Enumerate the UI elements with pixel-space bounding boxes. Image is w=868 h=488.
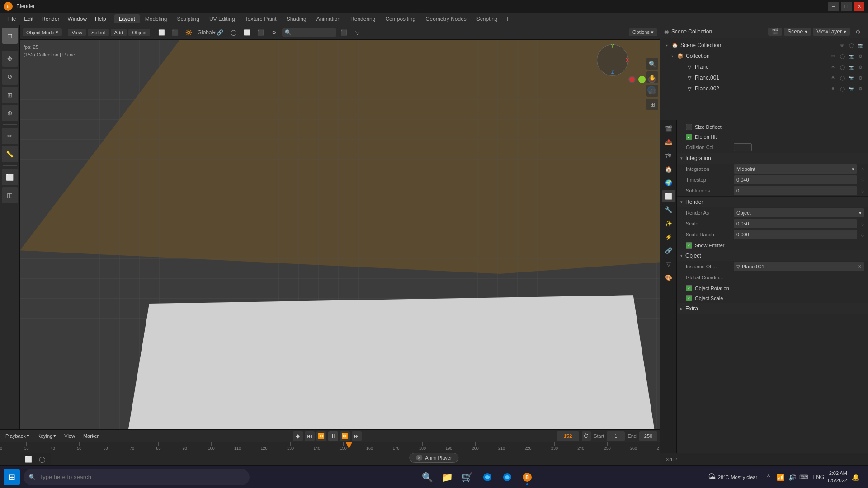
outliner-item-plane[interactable]: ▽ Plane 👁 ◯ 📷 ⚙ bbox=[660, 61, 868, 72]
tab-rendering[interactable]: Rendering bbox=[346, 14, 380, 23]
object-scale-row[interactable]: ✓ Object Scale bbox=[677, 293, 868, 303]
minimize-button[interactable]: ─ bbox=[828, 2, 839, 11]
taskbar-search-icon[interactable]: 🔍 bbox=[419, 468, 437, 486]
plane-render-btn[interactable]: 📷 bbox=[847, 63, 855, 71]
outliner-item-plane-001[interactable]: ▽ Plane.001 👁 ◯ 📷 ⚙ bbox=[660, 72, 868, 83]
overlay-icon[interactable]: ⬜ bbox=[241, 28, 253, 38]
viewport-filter[interactable]: ▽ bbox=[352, 28, 363, 38]
view-menu-button[interactable]: View bbox=[68, 29, 86, 36]
render-section-header[interactable]: ▾ Render ⋮⋮⋮⋮ bbox=[677, 197, 868, 207]
collection-select-btn[interactable]: ◯ bbox=[838, 52, 846, 60]
hand-pan-button[interactable]: ✋ bbox=[646, 71, 658, 83]
props-scene-icon[interactable]: 🏠 bbox=[662, 163, 675, 175]
color-dot-green[interactable] bbox=[638, 76, 646, 83]
plane002-render-btn[interactable]: 📷 bbox=[847, 84, 855, 93]
menu-render[interactable]: Render bbox=[38, 14, 63, 23]
step-back-button[interactable]: ⏪ bbox=[316, 431, 326, 441]
tab-scripting[interactable]: Scripting bbox=[472, 14, 502, 23]
system-tray-chevron[interactable]: ^ bbox=[764, 472, 774, 482]
step-forward-button[interactable]: ⏩ bbox=[340, 431, 350, 441]
zoom-in-button[interactable]: 🔍 bbox=[646, 58, 658, 70]
viewport-shading-render[interactable]: 🔆 bbox=[183, 28, 195, 38]
object-rotation-checkbox[interactable]: ✓ bbox=[686, 285, 692, 291]
sound-icon[interactable]: 🔊 bbox=[787, 472, 797, 482]
start-button[interactable]: ⊞ bbox=[4, 469, 20, 485]
jump-to-start-button[interactable]: ⏮ bbox=[305, 431, 315, 441]
plane001-filter-btn[interactable]: ⚙ bbox=[856, 74, 864, 82]
scale-tool-button[interactable]: ⊞ bbox=[2, 87, 18, 103]
props-constraints-icon[interactable]: 🔗 bbox=[662, 244, 675, 257]
measure-tool-button[interactable]: 📏 bbox=[2, 146, 18, 162]
scene-select-btn[interactable]: ◯ bbox=[847, 41, 855, 49]
key-type-button[interactable]: ◆ bbox=[293, 431, 303, 441]
tab-sculpting[interactable]: Sculpting bbox=[173, 14, 204, 23]
menu-help[interactable]: Help bbox=[91, 14, 110, 23]
viewport-search[interactable]: 🔍 bbox=[282, 28, 336, 37]
close-button[interactable]: ✕ bbox=[854, 2, 864, 11]
die-on-hit-checkbox[interactable]: ✓ bbox=[686, 134, 692, 140]
annotate-tool-button[interactable]: ✏ bbox=[2, 128, 18, 144]
integration-section-header[interactable]: ▾ Integration bbox=[677, 153, 868, 164]
viewport-shading-material[interactable]: ⬛ bbox=[170, 28, 181, 38]
transform-tool-button[interactable]: ⊕ bbox=[2, 105, 18, 121]
tab-texture-paint[interactable]: Texture Paint bbox=[241, 14, 281, 23]
taskbar-store-icon[interactable]: 🛒 bbox=[458, 468, 476, 486]
add-tool-button[interactable]: ⬜ bbox=[2, 169, 18, 185]
select-menu-button[interactable]: Select bbox=[88, 29, 109, 36]
viewport-options-button[interactable]: Options ▾ bbox=[629, 28, 657, 36]
end-frame-input[interactable]: 250 bbox=[639, 431, 657, 441]
plane001-visibility-btn[interactable]: 👁 bbox=[829, 74, 837, 82]
tab-shading[interactable]: Shading bbox=[282, 14, 311, 23]
props-material-icon[interactable]: 🎨 bbox=[662, 271, 675, 284]
object-scale-checkbox[interactable]: ✓ bbox=[686, 295, 692, 301]
collection-visibility-btn[interactable]: 👁 bbox=[829, 52, 837, 60]
props-modifier-icon[interactable]: 🔧 bbox=[662, 203, 675, 216]
pause-button[interactable]: ⏸ bbox=[328, 431, 338, 441]
select-tool-button[interactable]: ◻ bbox=[2, 28, 18, 44]
collision-coll-value[interactable] bbox=[734, 143, 752, 151]
die-on-hit-row[interactable]: ✓ Die on Hit bbox=[677, 132, 868, 142]
marker-menu-button[interactable]: Marker bbox=[80, 432, 101, 440]
props-output-icon[interactable]: 📤 bbox=[662, 136, 675, 148]
scene-filter-icon[interactable]: ⚙ bbox=[852, 25, 864, 38]
taskbar-blender-icon[interactable]: B bbox=[518, 468, 536, 486]
collection-filter-btn[interactable]: ⚙ bbox=[856, 52, 864, 60]
taskbar-search-box[interactable]: 🔍 bbox=[24, 469, 250, 485]
viewport-search-input[interactable] bbox=[292, 30, 332, 35]
tab-uv-editing[interactable]: UV Editing bbox=[205, 14, 240, 23]
outliner-item-collection[interactable]: ▾ 📦 Collection 👁 ◯ 📷 ⚙ bbox=[660, 51, 868, 61]
jump-to-end-button[interactable]: ⏭ bbox=[352, 431, 362, 441]
show-emitter-checkbox[interactable]: ✓ bbox=[686, 242, 692, 249]
notifications-icon[interactable]: 🔔 bbox=[851, 472, 861, 482]
scene-render-btn[interactable]: 📷 bbox=[856, 41, 864, 49]
network-icon[interactable]: 📶 bbox=[775, 472, 785, 482]
object-section-header[interactable]: ▾ Object bbox=[677, 250, 868, 261]
timing-icon[interactable]: ⏱ bbox=[582, 431, 591, 441]
keying-menu-button[interactable]: Keying ▾ bbox=[35, 432, 59, 440]
scene-canvas[interactable]: fps: 25 (152) Collection | Plane X Y Z bbox=[20, 40, 660, 465]
timeline-ruler[interactable]: 2030405060708090100110120130140150160170… bbox=[0, 442, 660, 465]
taskbar-weather[interactable]: 🌤 28°C Mostly clear bbox=[705, 469, 760, 485]
cube-add-button[interactable]: ◫ bbox=[2, 187, 18, 203]
plane001-render-btn[interactable]: 📷 bbox=[847, 74, 855, 82]
render-mode-icon[interactable]: ⚙ bbox=[269, 28, 280, 38]
gizmo-sphere[interactable]: X Y Z bbox=[597, 44, 628, 76]
size-deflect-row[interactable]: Size Deflect bbox=[677, 122, 868, 132]
xray-icon[interactable]: ⬛ bbox=[255, 28, 267, 38]
frame-all-button[interactable]: ⊞ bbox=[646, 99, 658, 110]
tab-geometry-nodes[interactable]: Geometry Nodes bbox=[421, 14, 471, 23]
props-particles-icon[interactable]: ✨ bbox=[662, 217, 675, 230]
instance-ob-close[interactable]: ✕ bbox=[858, 264, 862, 270]
outliner-item-scene-collection[interactable]: ▾ 🏠 Scene Collection 👁 ◯ 📷 bbox=[660, 40, 868, 51]
props-world-icon[interactable]: 🌍 bbox=[662, 176, 675, 189]
start-frame-input[interactable]: 1 bbox=[607, 431, 625, 441]
show-emitter-row[interactable]: ✓ Show Emitter bbox=[677, 240, 868, 250]
proportional-edit-icon[interactable]: ◯ bbox=[228, 28, 240, 38]
taskbar-time-date[interactable]: 2:02 AM 8/5/2022 bbox=[828, 470, 847, 484]
plane002-select-btn[interactable]: ◯ bbox=[838, 84, 846, 93]
maximize-button[interactable]: □ bbox=[841, 2, 852, 11]
plane-visibility-btn[interactable]: 👁 bbox=[829, 63, 837, 71]
playback-menu-button[interactable]: Playback ▾ bbox=[3, 432, 32, 440]
scale-field[interactable]: 0.050 bbox=[734, 219, 857, 228]
menu-edit[interactable]: Edit bbox=[20, 14, 37, 23]
